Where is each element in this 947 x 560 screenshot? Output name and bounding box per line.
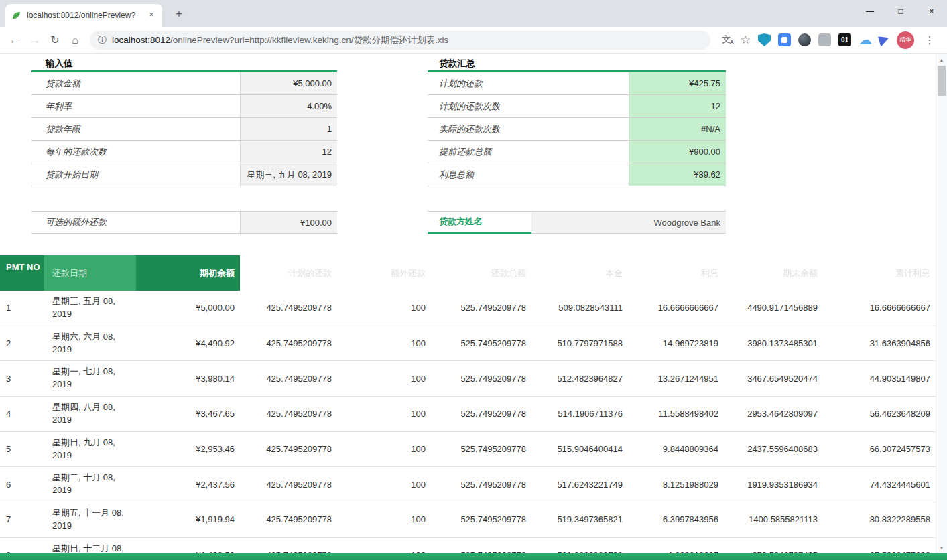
row-value: ¥5,000.00: [240, 72, 337, 94]
table-cell: 2437.5596408683: [724, 432, 823, 467]
row-label: 利息总额: [428, 163, 629, 186]
column-header: 本金: [531, 255, 628, 291]
summary-panel-title: 贷款汇总: [428, 56, 726, 72]
table-row: 7星期五, 十一月 08, 2019¥1,919.94425.749520977…: [0, 502, 936, 538]
table-cell: 星期四, 八月 08, 2019: [44, 397, 136, 431]
table-cell: ¥3,467.65: [136, 397, 240, 431]
url-path: /onlinePreview?url=http://kkfileview.kek…: [170, 35, 448, 45]
maximize-button[interactable]: □: [885, 0, 916, 23]
profile-avatar[interactable]: 精华: [897, 31, 914, 49]
scroll-up-icon[interactable]: ▲: [936, 54, 947, 65]
table-cell: 7: [0, 502, 44, 537]
gray-extension-icon[interactable]: [818, 33, 831, 46]
row-label: 贷款年限: [31, 118, 240, 140]
vertical-scrollbar[interactable]: ▲ ▼: [936, 54, 947, 553]
table-cell: 2: [0, 326, 44, 361]
extra-payment-row: 可选的额外还款 ¥100.00: [31, 211, 337, 234]
scrollbar-thumb[interactable]: [938, 66, 946, 96]
table-cell: 8: [0, 538, 44, 553]
cloud-extension-icon[interactable]: ☁: [859, 33, 872, 46]
table-cell: ¥2,437.56: [136, 467, 240, 502]
table-cell: 100: [337, 361, 431, 396]
amortization-table: PMT NO 还款日期 期初余额 计划的还款 额外还款 还款总额 本金 利息 期…: [0, 255, 936, 553]
table-cell: 525.7495209778: [431, 397, 531, 431]
table-cell: 100: [337, 538, 431, 553]
column-header: 利息: [628, 255, 724, 291]
new-tab-button[interactable]: +: [170, 6, 188, 23]
row-value: 12: [240, 141, 337, 163]
row-label: 计划的还款次数: [428, 95, 629, 117]
home-button[interactable]: ⌂: [66, 31, 84, 50]
table-cell: 6: [0, 467, 44, 502]
table-cell: 512.4823964827: [531, 361, 628, 396]
table-cell: 521.0809023708: [531, 538, 628, 553]
column-header: PMT NO: [0, 255, 44, 291]
window-controls: — □ ×: [855, 0, 947, 23]
table-cell: 1: [0, 291, 44, 326]
table-cell: ¥4,490.92: [136, 326, 240, 361]
table-cell: 16.6666666667: [823, 291, 936, 326]
table-cell: 2953.4642809097: [724, 397, 823, 431]
sphere-extension-icon[interactable]: [798, 33, 811, 46]
url-host: localhost:8012: [112, 35, 170, 45]
table-cell: 100: [337, 397, 431, 431]
close-button[interactable]: ×: [916, 0, 947, 23]
shield-extension-icon[interactable]: [758, 33, 771, 46]
address-bar[interactable]: ⓘ localhost:8012/onlinePreview?url=http:…: [90, 31, 710, 50]
lender-label: 贷款方姓名: [428, 212, 531, 234]
forward-button[interactable]: →: [25, 31, 44, 50]
browser-menu-icon[interactable]: ⋮: [922, 33, 938, 46]
bookmark-star-icon[interactable]: ☆: [741, 33, 751, 47]
table-cell: 879.5046797405: [724, 538, 823, 553]
table-cell: ¥1,400.59: [136, 538, 240, 553]
table-cell: 100: [337, 432, 431, 467]
site-info-icon[interactable]: ⓘ: [98, 34, 107, 46]
summary-row: 利息总额 ¥89.62: [428, 163, 726, 186]
table-cell: 100: [337, 467, 431, 502]
column-header: 还款总额: [431, 255, 531, 291]
table-cell: 100: [337, 502, 431, 537]
back-button[interactable]: ←: [5, 31, 24, 50]
bird-extension-icon[interactable]: [878, 33, 891, 46]
row-value: 1: [240, 118, 337, 140]
table-cell: 5: [0, 432, 44, 467]
row-label: 提前还款总额: [428, 141, 629, 163]
table-cell: 525.7495209778: [431, 467, 531, 502]
table-cell: 1400.5855821113: [724, 502, 823, 537]
input-row: 年利率 4.00%: [31, 95, 337, 118]
row-label: 可选的额外还款: [31, 212, 240, 233]
table-row: 2星期六, 六月 08, 2019¥4,490.92425.7495209778…: [0, 326, 936, 362]
url-text: localhost:8012/onlinePreview?url=http://…: [112, 34, 448, 46]
table-cell: 星期五, 十一月 08, 2019: [44, 502, 136, 537]
table-cell: 425.7495209778: [240, 361, 337, 396]
table-row: 8星期日, 十二月 08, 2019¥1,400.59425.749520977…: [0, 538, 936, 553]
table-cell: 星期一, 七月 08, 2019: [44, 361, 136, 396]
table-cell: 4: [0, 397, 44, 431]
table-cell: 515.9046400414: [531, 432, 628, 467]
schedule-body: 1星期三, 五月 08, 2019¥5,000.00425.7495209778…: [0, 291, 936, 553]
column-header: 期末余额: [724, 255, 823, 291]
input-values-panel: 输入值 贷款金额 ¥5,000.00 年利率 4.00% 贷款年限 1 每年的还…: [31, 56, 337, 234]
row-label: 年利率: [31, 95, 240, 117]
table-cell: 510.7797971588: [531, 326, 628, 361]
table-cell: 525.7495209778: [431, 361, 531, 396]
table-cell: 519.3497365821: [531, 502, 628, 537]
blue-extension-icon[interactable]: [778, 33, 791, 46]
browser-toolbar: ← → ↻ ⌂ ⓘ localhost:8012/onlinePreview?u…: [0, 27, 947, 54]
page-content: 输入值 贷款金额 ¥5,000.00 年利率 4.00% 贷款年限 1 每年的还…: [0, 54, 947, 560]
browser-tab[interactable]: localhost:8012/onlinePreview? ×: [5, 4, 162, 27]
table-cell: 525.7495209778: [431, 291, 531, 326]
scroll-down-icon[interactable]: ▼: [936, 542, 947, 553]
input-row: 贷款年限 1: [31, 118, 337, 141]
badge-extension-icon[interactable]: 01: [838, 33, 851, 46]
table-cell: 44.9035149807: [823, 361, 936, 396]
column-header: 累计利息: [823, 255, 936, 291]
translate-icon[interactable]: 文 A: [720, 33, 733, 47]
table-cell: 525.7495209778: [431, 326, 531, 361]
minimize-button[interactable]: —: [855, 0, 885, 23]
row-label: 贷款金额: [31, 72, 240, 94]
reload-button[interactable]: ↻: [46, 31, 64, 50]
table-cell: 85.5008475628: [823, 538, 936, 553]
tab-close-icon[interactable]: ×: [146, 10, 157, 21]
spreadsheet-preview: 输入值 贷款金额 ¥5,000.00 年利率 4.00% 贷款年限 1 每年的还…: [0, 54, 936, 553]
